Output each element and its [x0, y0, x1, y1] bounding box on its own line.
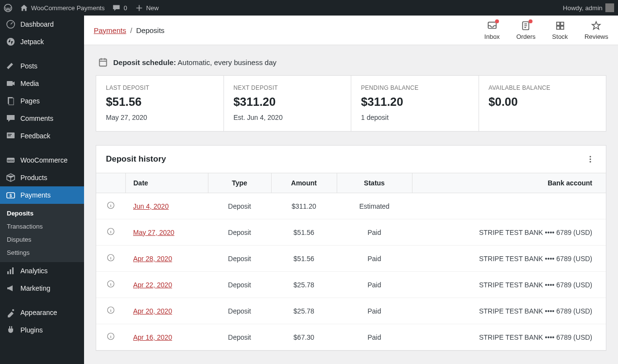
comments-link[interactable]: 0	[112, 4, 127, 12]
svg-rect-19	[556, 22, 559, 25]
card-last-deposit: LAST DEPOSIT $51.56 May 27, 2020	[96, 76, 224, 131]
cell-amount: $25.78	[271, 272, 337, 298]
menu-marketing[interactable]: Marketing	[0, 280, 84, 297]
cell-type: Deposit	[208, 219, 271, 246]
comments-count: 0	[123, 4, 127, 12]
avatar-icon	[605, 3, 614, 12]
deposit-date-link[interactable]: Apr 16, 2020	[133, 333, 172, 341]
menu-comments[interactable]: Comments	[0, 110, 84, 127]
cell-amount: $311.20	[271, 193, 337, 219]
calendar-icon	[98, 57, 108, 67]
site-name: WooCommerce Payments	[31, 4, 104, 12]
summary-cards: LAST DEPOSIT $51.56 May 27, 2020 NEXT DE…	[96, 75, 606, 132]
cell-date: Jun 4, 2020	[125, 193, 208, 219]
svg-rect-21	[556, 26, 559, 29]
col-type[interactable]: Type	[208, 173, 271, 193]
menu-pages[interactable]: Pages	[0, 92, 84, 110]
table-row[interactable]: Apr 20, 2020Deposit$25.78PaidSTRIPE TEST…	[96, 298, 606, 324]
activity-inbox[interactable]: Inbox	[484, 20, 500, 40]
col-amount[interactable]: Amount	[271, 173, 337, 193]
site-home[interactable]: WooCommerce Payments	[20, 4, 104, 12]
cell-bank: STRIPE TEST BANK •••• 6789 (USD)	[412, 246, 606, 272]
cell-amount: $25.78	[271, 298, 337, 324]
deposit-history-panel: Deposit history Date Type Amount Status …	[96, 145, 606, 351]
cell-type: Deposit	[208, 324, 271, 350]
breadcrumb-current: Deposits	[136, 26, 164, 34]
cell-status: Paid	[337, 298, 412, 324]
menu-plugins[interactable]: Plugins	[0, 321, 84, 339]
cell-date: Apr 22, 2020	[125, 272, 208, 298]
new-content[interactable]: New	[135, 4, 159, 12]
breadcrumb: Payments / Deposits	[94, 26, 165, 34]
table-row[interactable]: Apr 22, 2020Deposit$25.78PaidSTRIPE TEST…	[96, 272, 606, 298]
cell-type: Deposit	[208, 193, 271, 219]
card-pending-balance: PENDING BALANCE $311.20 1 deposit	[351, 76, 479, 131]
menu-jetpack[interactable]: Jetpack	[0, 33, 84, 50]
payments-submenu: Deposits Transactions Disputes Settings	[0, 204, 84, 262]
menu-products[interactable]: Products	[0, 169, 84, 186]
menu-analytics[interactable]: Analytics	[0, 262, 84, 280]
deposit-date-link[interactable]: Jun 4, 2020	[133, 202, 169, 210]
info-icon[interactable]	[96, 272, 125, 298]
wp-logo[interactable]	[4, 4, 12, 12]
deposit-date-link[interactable]: Apr 20, 2020	[133, 307, 172, 315]
col-date[interactable]: Date	[125, 173, 208, 193]
info-icon[interactable]	[96, 298, 125, 324]
menu-posts[interactable]: Posts	[0, 57, 84, 75]
activity-reviews[interactable]: Reviews	[584, 20, 608, 40]
table-row[interactable]: Apr 28, 2020Deposit$51.56PaidSTRIPE TEST…	[96, 246, 606, 272]
menu-appearance[interactable]: Appearance	[0, 304, 84, 321]
menu-dashboard[interactable]: Dashboard	[0, 16, 84, 33]
submenu-settings[interactable]: Settings	[0, 246, 84, 259]
table-row[interactable]: Apr 16, 2020Deposit$67.30PaidSTRIPE TEST…	[96, 324, 606, 350]
cell-status: Paid	[337, 324, 412, 350]
info-icon[interactable]	[96, 246, 125, 272]
table-row[interactable]: May 27, 2020Deposit$51.56PaidSTRIPE TEST…	[96, 219, 606, 246]
svg-text:woo: woo	[7, 159, 14, 162]
howdy[interactable]: Howdy, admin	[563, 3, 614, 12]
table-row[interactable]: Jun 4, 2020Deposit$311.20Estimated	[96, 193, 606, 219]
info-icon[interactable]	[96, 193, 125, 219]
panel-menu-button[interactable]	[584, 153, 596, 165]
menu-media[interactable]: Media	[0, 75, 84, 92]
menu-payments[interactable]: $Payments	[0, 186, 84, 204]
info-icon[interactable]	[96, 219, 125, 246]
cell-bank: STRIPE TEST BANK •••• 6789 (USD)	[412, 272, 606, 298]
submenu-deposits[interactable]: Deposits	[0, 207, 84, 220]
submenu-disputes[interactable]: Disputes	[0, 233, 84, 246]
svg-rect-7	[8, 134, 12, 135]
cell-amount: $67.30	[271, 324, 337, 350]
activity-stock[interactable]: Stock	[552, 20, 568, 40]
col-status[interactable]: Status	[337, 173, 412, 193]
cell-status: Paid	[337, 219, 412, 246]
stock-icon	[555, 20, 566, 31]
activity-orders[interactable]: Orders	[516, 20, 536, 40]
cell-date: May 27, 2020	[125, 219, 208, 246]
svg-rect-5	[9, 98, 14, 105]
deposit-date-link[interactable]: Apr 22, 2020	[133, 281, 172, 289]
submenu-transactions[interactable]: Transactions	[0, 220, 84, 233]
deposit-date-link[interactable]: Apr 28, 2020	[133, 255, 172, 263]
deposit-date-link[interactable]: May 27, 2020	[133, 229, 174, 236]
activity-panel: Inbox Orders Stock Reviews	[484, 20, 608, 40]
reviews-icon	[591, 20, 601, 31]
svg-rect-17	[488, 22, 496, 28]
new-label: New	[146, 4, 159, 12]
orders-icon	[520, 20, 531, 31]
info-icon[interactable]	[96, 324, 125, 350]
menu-woocommerce[interactable]: wooWooCommerce	[0, 151, 84, 169]
col-bank[interactable]: Bank account	[412, 173, 606, 193]
deposits-table: Date Type Amount Status Bank account Jun…	[96, 173, 606, 350]
card-next-deposit: NEXT DEPOSIT $311.20 Est. Jun 4, 2020	[224, 76, 352, 131]
svg-rect-15	[12, 267, 14, 274]
breadcrumb-parent[interactable]: Payments	[94, 26, 126, 34]
cell-type: Deposit	[208, 298, 271, 324]
svg-rect-13	[7, 271, 9, 274]
menu-feedback[interactable]: Feedback	[0, 127, 84, 145]
cell-date: Apr 20, 2020	[125, 298, 208, 324]
svg-point-24	[590, 156, 591, 157]
svg-text:$: $	[9, 193, 12, 198]
card-available-balance: AVAILABLE BALANCE $0.00	[479, 76, 606, 131]
cell-date: Apr 28, 2020	[125, 246, 208, 272]
col-info[interactable]	[96, 173, 125, 193]
